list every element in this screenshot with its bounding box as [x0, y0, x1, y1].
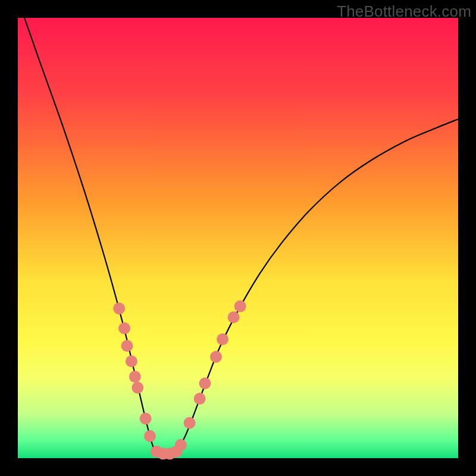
sample-dot: [140, 412, 152, 424]
outer-frame: TheBottleneck.com: [0, 0, 476, 476]
sample-dot: [210, 351, 222, 363]
sample-dot: [129, 371, 141, 383]
sample-dot: [234, 300, 246, 312]
sample-dot: [217, 333, 228, 345]
bottleneck-curve: [24, 18, 458, 456]
sample-dot: [144, 430, 156, 442]
sample-dot: [199, 377, 211, 389]
sample-dot: [184, 417, 196, 429]
sample-dot: [121, 340, 133, 352]
chart-svg: [18, 18, 458, 458]
sample-dot: [126, 355, 137, 367]
sample-dot: [118, 322, 130, 334]
sample-dot: [194, 393, 206, 405]
sample-dots: [113, 300, 246, 460]
sample-dot: [170, 446, 182, 458]
sample-dot: [131, 382, 143, 394]
sample-dot: [113, 302, 125, 314]
watermark-text: TheBottleneck.com: [337, 2, 471, 21]
sample-dot: [228, 311, 240, 323]
